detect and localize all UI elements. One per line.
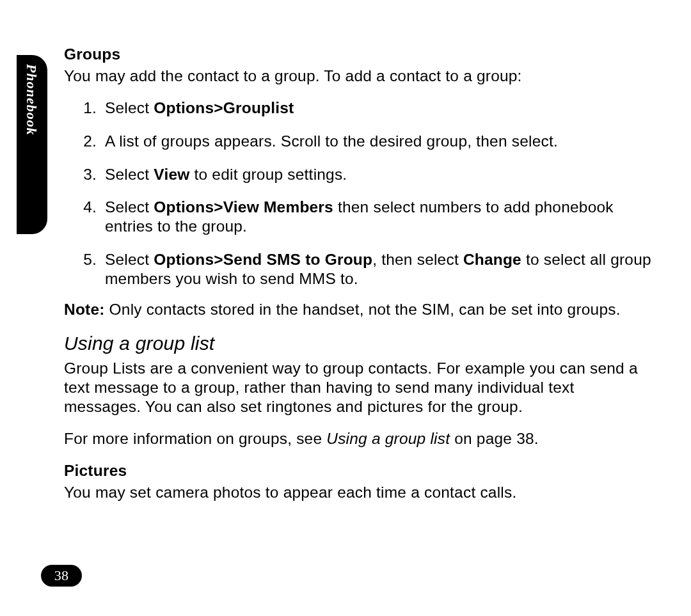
step-bold: Options>Grouplist — [154, 99, 294, 116]
cross-reference: Using a group list — [326, 430, 450, 447]
step-2: A list of groups appears. Scroll to the … — [101, 132, 654, 151]
text: on page 38. — [450, 430, 539, 447]
step-text: Select — [105, 166, 154, 183]
using-group-list-p1: Group Lists are a convenient way to grou… — [64, 359, 654, 416]
section-tab-phonebook: Phonebook — [17, 55, 47, 234]
heading-pictures: Pictures — [64, 461, 654, 480]
note-label: Note: — [64, 301, 105, 318]
note-text: Only contacts stored in the handset, not… — [105, 301, 621, 318]
step-text: Select — [105, 99, 154, 116]
using-group-list-p2: For more information on groups, see Usin… — [64, 429, 654, 448]
step-text: Select — [105, 251, 154, 268]
groups-intro: You may add the contact to a group. To a… — [64, 67, 654, 86]
text: For more information on groups, see — [64, 430, 326, 447]
heading-groups: Groups — [64, 45, 654, 64]
step-text: to edit group settings. — [190, 166, 347, 183]
step-3: Select View to edit group settings. — [101, 165, 654, 184]
pictures-p1: You may set camera photos to appear each… — [64, 483, 654, 502]
step-bold: Change — [463, 251, 521, 268]
heading-using-group-list: Using a group list — [64, 332, 654, 356]
step-bold: Options>View Members — [154, 198, 333, 216]
page-number: 38 — [54, 567, 68, 583]
step-4: Select Options>View Members then select … — [101, 198, 654, 236]
step-5: Select Options>Send SMS to Group, then s… — [101, 250, 654, 288]
step-1: Select Options>Grouplist — [101, 99, 654, 118]
step-bold: View — [154, 166, 189, 183]
groups-steps-list: Select Options>Grouplist A list of group… — [64, 99, 654, 288]
step-text: , then select — [372, 251, 463, 268]
step-bold: Options>Send SMS to Group — [154, 251, 372, 268]
section-tab-label: Phonebook — [24, 64, 40, 136]
manual-page: Phonebook Groups You may add the contact… — [0, 0, 691, 616]
step-text: Select — [105, 198, 154, 216]
page-number-badge: 38 — [41, 565, 82, 587]
groups-note: Note: Only contacts stored in the handse… — [64, 300, 654, 319]
